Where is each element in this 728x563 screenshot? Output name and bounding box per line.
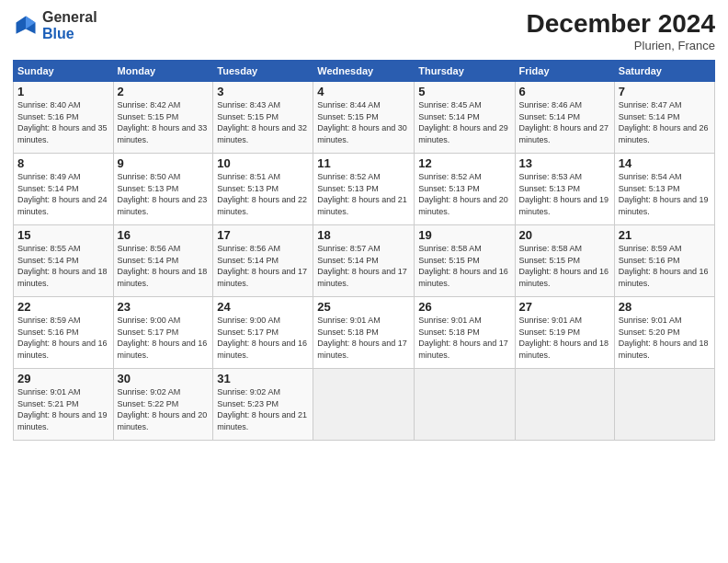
week-row-2: 15Sunrise: 8:55 AM Sunset: 5:14 PM Dayli… [14,225,715,297]
day-detail: Sunrise: 8:54 AM Sunset: 5:13 PM Dayligh… [619,171,711,217]
day-number: 14 [619,156,711,170]
day-cell: 8Sunrise: 8:49 AM Sunset: 5:14 PM Daylig… [14,154,114,225]
day-detail: Sunrise: 8:50 AM Sunset: 5:13 PM Dayligh… [118,171,210,217]
day-detail: Sunrise: 8:55 AM Sunset: 5:14 PM Dayligh… [17,243,109,289]
day-cell [313,369,415,441]
day-number: 18 [317,228,410,242]
day-cell: 28Sunrise: 9:01 AM Sunset: 5:20 PM Dayli… [614,297,714,369]
day-cell: 23Sunrise: 9:00 AM Sunset: 5:17 PM Dayli… [113,297,213,369]
day-number: 22 [17,300,109,314]
day-number: 2 [118,85,210,98]
day-detail: Sunrise: 9:01 AM Sunset: 5:21 PM Dayligh… [17,386,109,432]
day-number: 4 [317,85,410,98]
day-detail: Sunrise: 9:01 AM Sunset: 5:20 PM Dayligh… [619,315,711,361]
day-cell: 14Sunrise: 8:54 AM Sunset: 5:13 PM Dayli… [614,154,714,225]
day-detail: Sunrise: 8:57 AM Sunset: 5:14 PM Dayligh… [317,243,410,289]
day-detail: Sunrise: 9:00 AM Sunset: 5:17 PM Dayligh… [217,315,309,361]
col-wednesday: Wednesday [313,61,415,82]
day-cell: 26Sunrise: 9:01 AM Sunset: 5:18 PM Dayli… [415,297,515,369]
day-detail: Sunrise: 9:01 AM Sunset: 5:18 PM Dayligh… [418,315,510,361]
day-number: 5 [418,85,510,98]
day-number: 12 [418,156,510,170]
day-number: 10 [217,156,309,170]
day-number: 24 [217,300,309,314]
day-detail: Sunrise: 8:40 AM Sunset: 5:16 PM Dayligh… [17,99,109,145]
col-sunday: Sunday [14,61,114,82]
day-number: 6 [519,85,610,98]
day-cell: 29Sunrise: 9:01 AM Sunset: 5:21 PM Dayli… [14,369,114,441]
day-number: 21 [619,228,711,242]
day-cell: 27Sunrise: 9:01 AM Sunset: 5:19 PM Dayli… [515,297,614,369]
day-cell: 17Sunrise: 8:56 AM Sunset: 5:14 PM Dayli… [213,225,313,297]
day-number: 19 [418,228,510,242]
day-detail: Sunrise: 8:59 AM Sunset: 5:16 PM Dayligh… [619,243,711,289]
day-number: 11 [317,156,410,170]
day-cell: 10Sunrise: 8:51 AM Sunset: 5:13 PM Dayli… [213,154,313,225]
logo-icon [13,13,39,39]
day-detail: Sunrise: 8:43 AM Sunset: 5:15 PM Dayligh… [217,99,309,145]
week-row-4: 29Sunrise: 9:01 AM Sunset: 5:21 PM Dayli… [14,369,715,441]
day-cell: 1Sunrise: 8:40 AM Sunset: 5:16 PM Daylig… [14,82,114,154]
day-cell: 18Sunrise: 8:57 AM Sunset: 5:14 PM Dayli… [313,225,415,297]
day-number: 17 [217,228,309,242]
day-cell: 31Sunrise: 9:02 AM Sunset: 5:23 PM Dayli… [213,369,313,441]
day-detail: Sunrise: 8:51 AM Sunset: 5:13 PM Dayligh… [217,171,309,217]
logo-blue: Blue [42,26,74,41]
day-cell: 6Sunrise: 8:46 AM Sunset: 5:14 PM Daylig… [515,82,614,154]
day-cell: 12Sunrise: 8:52 AM Sunset: 5:13 PM Dayli… [415,154,515,225]
calendar-table: Sunday Monday Tuesday Wednesday Thursday… [13,60,715,441]
week-row-0: 1Sunrise: 8:40 AM Sunset: 5:16 PM Daylig… [14,82,715,154]
header-row: Sunday Monday Tuesday Wednesday Thursday… [14,61,715,82]
calendar-body: 1Sunrise: 8:40 AM Sunset: 5:16 PM Daylig… [14,82,715,441]
day-cell: 13Sunrise: 8:53 AM Sunset: 5:13 PM Dayli… [515,154,614,225]
day-cell [515,369,614,441]
day-number: 28 [619,300,711,314]
day-detail: Sunrise: 9:02 AM Sunset: 5:23 PM Dayligh… [217,386,309,432]
day-cell: 30Sunrise: 9:02 AM Sunset: 5:22 PM Dayli… [113,369,213,441]
day-number: 31 [217,372,309,385]
day-cell: 5Sunrise: 8:45 AM Sunset: 5:14 PM Daylig… [415,82,515,154]
col-thursday: Thursday [415,61,515,82]
day-cell: 22Sunrise: 8:59 AM Sunset: 5:16 PM Dayli… [14,297,114,369]
day-number: 29 [17,372,109,385]
col-friday: Friday [515,61,614,82]
day-detail: Sunrise: 8:46 AM Sunset: 5:14 PM Dayligh… [519,99,610,145]
day-detail: Sunrise: 8:53 AM Sunset: 5:13 PM Dayligh… [519,171,610,217]
month-title: December 2024 [527,9,715,39]
logo-general: General [42,9,97,25]
day-number: 26 [418,300,510,314]
day-detail: Sunrise: 8:58 AM Sunset: 5:15 PM Dayligh… [519,243,610,289]
day-cell: 2Sunrise: 8:42 AM Sunset: 5:15 PM Daylig… [113,82,213,154]
day-cell: 4Sunrise: 8:44 AM Sunset: 5:15 PM Daylig… [313,82,415,154]
title-block: December 2024 Plurien, France [527,9,715,52]
day-detail: Sunrise: 8:52 AM Sunset: 5:13 PM Dayligh… [418,171,510,217]
day-detail: Sunrise: 9:02 AM Sunset: 5:22 PM Dayligh… [118,386,210,432]
day-cell: 7Sunrise: 8:47 AM Sunset: 5:14 PM Daylig… [614,82,714,154]
day-number: 8 [17,156,109,170]
day-detail: Sunrise: 8:45 AM Sunset: 5:14 PM Dayligh… [418,99,510,145]
location-subtitle: Plurien, France [527,39,715,52]
day-detail: Sunrise: 9:01 AM Sunset: 5:18 PM Dayligh… [317,315,410,361]
day-number: 1 [17,85,109,98]
day-detail: Sunrise: 8:56 AM Sunset: 5:14 PM Dayligh… [217,243,309,289]
day-detail: Sunrise: 8:49 AM Sunset: 5:14 PM Dayligh… [17,171,109,217]
day-cell: 19Sunrise: 8:58 AM Sunset: 5:15 PM Dayli… [415,225,515,297]
day-cell: 11Sunrise: 8:52 AM Sunset: 5:13 PM Dayli… [313,154,415,225]
calendar-header: Sunday Monday Tuesday Wednesday Thursday… [14,61,715,82]
day-detail: Sunrise: 9:01 AM Sunset: 5:19 PM Dayligh… [519,315,610,361]
week-row-1: 8Sunrise: 8:49 AM Sunset: 5:14 PM Daylig… [14,154,715,225]
day-cell [415,369,515,441]
day-number: 9 [118,156,210,170]
day-number: 7 [619,85,711,98]
day-number: 30 [118,372,210,385]
day-detail: Sunrise: 8:47 AM Sunset: 5:14 PM Dayligh… [619,99,711,145]
day-number: 23 [118,300,210,314]
day-number: 15 [17,228,109,242]
day-cell: 25Sunrise: 9:01 AM Sunset: 5:18 PM Dayli… [313,297,415,369]
day-cell: 24Sunrise: 9:00 AM Sunset: 5:17 PM Dayli… [213,297,313,369]
day-number: 16 [118,228,210,242]
day-cell: 9Sunrise: 8:50 AM Sunset: 5:13 PM Daylig… [113,154,213,225]
day-cell: 15Sunrise: 8:55 AM Sunset: 5:14 PM Dayli… [14,225,114,297]
day-number: 20 [519,228,610,242]
col-saturday: Saturday [614,61,714,82]
